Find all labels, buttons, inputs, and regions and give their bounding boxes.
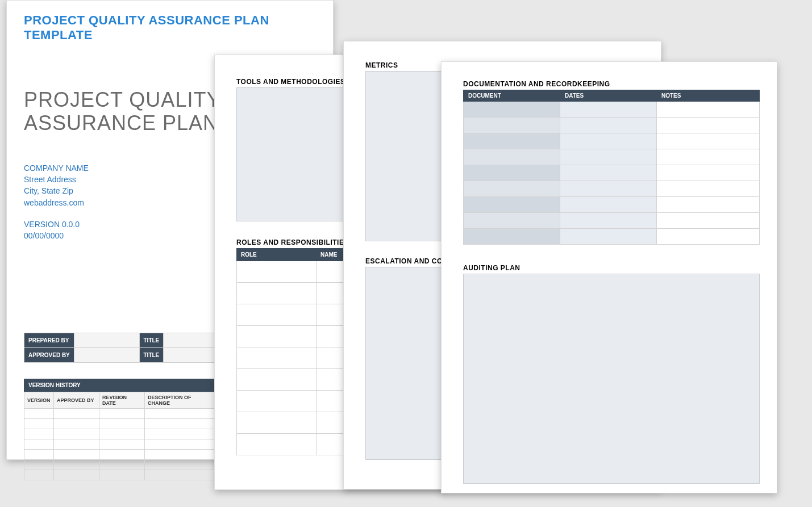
table-cell[interactable] — [237, 304, 317, 326]
table-cell[interactable] — [464, 213, 560, 229]
table-cell[interactable] — [237, 434, 317, 455]
table-cell[interactable] — [145, 439, 217, 449]
col-notes: NOTES — [657, 90, 760, 102]
table-cell[interactable] — [657, 181, 760, 197]
table-cell[interactable] — [24, 449, 54, 459]
table-cell[interactable] — [99, 408, 145, 418]
table-cell[interactable] — [657, 229, 760, 245]
table-cell[interactable] — [657, 118, 760, 133]
table-row — [24, 470, 217, 480]
template-title: PROJECT QUALITY ASSURANCE PLAN TEMPLATE — [24, 13, 316, 43]
table-cell[interactable] — [99, 429, 145, 439]
table-row — [464, 181, 760, 197]
table-row — [464, 102, 760, 118]
table-cell[interactable] — [99, 470, 145, 480]
table-cell[interactable] — [54, 439, 99, 449]
col-dates: DATES — [560, 90, 657, 102]
table-row — [464, 165, 760, 181]
table-cell[interactable] — [54, 418, 99, 429]
table-cell[interactable] — [237, 261, 317, 283]
table-cell[interactable] — [560, 133, 657, 149]
table-row: APPROVED BY TITLE — [24, 347, 217, 362]
table-row — [24, 429, 217, 439]
table-row — [464, 133, 760, 149]
table-cell[interactable] — [560, 102, 657, 118]
documentation-table: DOCUMENT DATES NOTES — [463, 90, 760, 245]
table-cell[interactable] — [237, 391, 317, 412]
table-cell[interactable] — [657, 213, 760, 229]
table-cell[interactable] — [99, 439, 145, 449]
table-cell[interactable] — [657, 133, 760, 149]
table-cell[interactable] — [54, 429, 99, 439]
col-revision-date: REVISION DATE — [99, 392, 145, 408]
table-cell[interactable] — [560, 197, 657, 213]
table-cell[interactable] — [560, 181, 657, 197]
table-cell[interactable] — [99, 459, 145, 470]
auditing-content-box[interactable] — [463, 274, 760, 484]
table-cell[interactable] — [99, 418, 145, 429]
approved-by-title-value[interactable] — [164, 347, 217, 362]
table-cell[interactable] — [464, 102, 560, 118]
table-cell[interactable] — [464, 197, 560, 213]
table-row — [464, 118, 760, 133]
documentation-heading: DOCUMENTATION AND RECORDKEEPING — [463, 80, 760, 88]
table-cell[interactable] — [464, 133, 560, 149]
table-row — [24, 459, 217, 470]
table-cell[interactable] — [657, 102, 760, 118]
table-row — [464, 213, 760, 229]
table-cell[interactable] — [54, 449, 99, 459]
table-cell[interactable] — [237, 347, 317, 369]
table-cell[interactable] — [560, 165, 657, 181]
table-cell[interactable] — [464, 149, 560, 165]
table-cell[interactable] — [464, 229, 560, 245]
table-cell[interactable] — [560, 213, 657, 229]
table-cell[interactable] — [464, 181, 560, 197]
table-cell[interactable] — [24, 429, 54, 439]
table-cell[interactable] — [54, 470, 99, 480]
table-row — [464, 197, 760, 213]
version-history-section: VERSION HISTORY VERSION APPROVED BY REVI… — [24, 379, 217, 480]
table-cell[interactable] — [237, 283, 317, 304]
table-cell[interactable] — [560, 118, 657, 133]
table-cell[interactable] — [657, 197, 760, 213]
table-cell[interactable] — [464, 165, 560, 181]
version-history-table: VERSION APPROVED BY REVISION DATE DESCRI… — [24, 392, 217, 480]
table-cell[interactable] — [145, 429, 217, 439]
table-cell[interactable] — [237, 326, 317, 347]
table-cell[interactable] — [99, 449, 145, 459]
table-row — [24, 418, 217, 429]
col-description: DESCRIPTION OF CHANGE — [145, 392, 217, 408]
approved-by-value[interactable] — [74, 347, 139, 362]
col-version: VERSION — [24, 392, 54, 408]
table-cell[interactable] — [24, 470, 54, 480]
table-cell[interactable] — [237, 412, 317, 434]
prepared-by-title-value[interactable] — [164, 333, 217, 347]
table-cell[interactable] — [657, 165, 760, 181]
table-cell[interactable] — [145, 408, 217, 418]
prepared-by-value[interactable] — [74, 333, 139, 347]
table-cell[interactable] — [24, 439, 54, 449]
table-cell[interactable] — [657, 149, 760, 165]
table-cell[interactable] — [24, 418, 54, 429]
col-approved-by: APPROVED BY — [54, 392, 99, 408]
table-cell[interactable] — [24, 408, 54, 418]
table-cell[interactable] — [54, 459, 99, 470]
table-row — [24, 449, 217, 459]
page-4: DOCUMENTATION AND RECORDKEEPING DOCUMENT… — [441, 61, 777, 493]
table-cell[interactable] — [560, 229, 657, 245]
table-cell[interactable] — [145, 459, 217, 470]
table-cell[interactable] — [54, 408, 99, 418]
signoff-table: PREPARED BY TITLE APPROVED BY TITLE — [24, 333, 217, 363]
version-history-heading: VERSION HISTORY — [24, 379, 217, 392]
col-role: ROLE — [237, 249, 317, 261]
table-cell[interactable] — [145, 418, 217, 429]
table-cell[interactable] — [145, 470, 217, 480]
table-cell[interactable] — [145, 449, 217, 459]
table-cell[interactable] — [560, 149, 657, 165]
table-cell[interactable] — [24, 459, 54, 470]
table-cell[interactable] — [237, 369, 317, 391]
table-row — [24, 439, 217, 449]
auditing-heading: AUDITING PLAN — [463, 264, 760, 272]
table-cell[interactable] — [464, 118, 560, 133]
approved-by-label: APPROVED BY — [24, 347, 74, 362]
